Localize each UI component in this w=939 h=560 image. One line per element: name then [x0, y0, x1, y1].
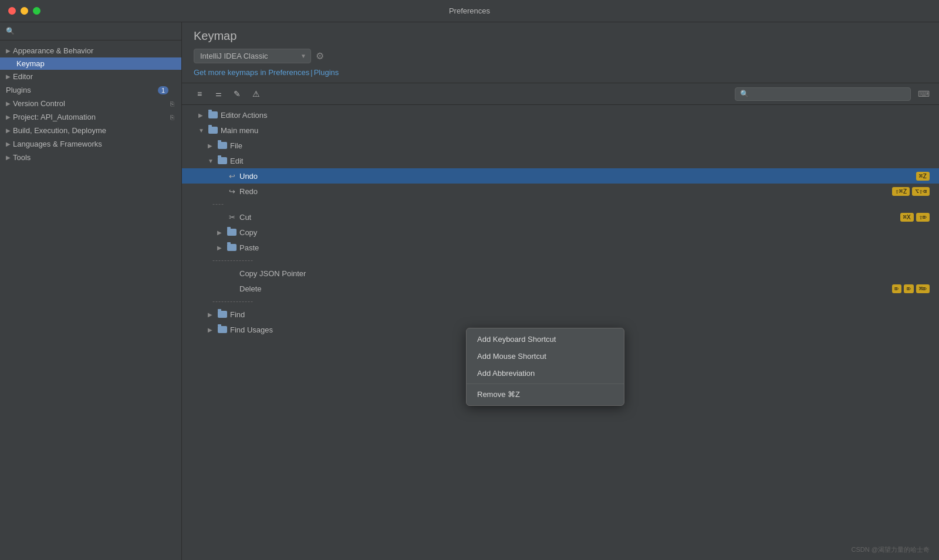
shortcut-badge: ⌘Z [916, 172, 930, 181]
tree-row[interactable]: ▶ Find [182, 307, 939, 322]
sidebar-item-appearance[interactable]: ▶ Appearance & Behavior [0, 44, 181, 57]
sidebar-item-build[interactable]: ▶ Build, Execution, Deployme [0, 124, 181, 137]
sidebar-item-languages[interactable]: ▶ Languages & Frameworks [0, 137, 181, 151]
project-icon: ⎘ [170, 114, 174, 121]
maximize-button[interactable] [33, 7, 40, 15]
ctx-add-keyboard[interactable]: Add Keyboard Shortcut [467, 331, 624, 348]
keymap-selector: IntelliJ IDEA Classic ▼ ⚙ [194, 49, 927, 63]
titlebar: Preferences [0, 0, 939, 22]
arrow-icon: ▶ [6, 114, 11, 120]
search-icon: 🔍 [740, 90, 749, 98]
vcs-icon: ⎘ [170, 100, 174, 107]
tree-row[interactable]: ↪ Redo ⇧⌘Z ⌥⇧⌫ [182, 184, 939, 199]
tree-item-label: Cut [239, 213, 900, 222]
preferences-link[interactable]: Preferences [268, 68, 309, 77]
redo-icon: ↪ [227, 187, 237, 195]
main-layout: 🔍 ▶ Appearance & Behavior Keymap ▶ Edito… [0, 22, 939, 560]
ctx-remove[interactable]: Remove ⌘Z [467, 386, 624, 403]
undo-icon: ↩ [227, 172, 237, 180]
arrow-icon: ▶ [6, 73, 11, 80]
sidebar-search-inner: 🔍 [6, 27, 175, 35]
tree-item-label: Copy [239, 228, 930, 237]
tree-row[interactable]: ▼ Main menu [182, 123, 939, 138]
tree-arrow-icon: ▶ [208, 327, 217, 333]
tree-item-label: Delete [239, 284, 892, 293]
ctx-add-abbreviation[interactable]: Add Abbreviation [467, 365, 624, 382]
plugins-link[interactable]: Plugins [314, 68, 339, 77]
shortcut-badge: ⇧⌦ [916, 213, 930, 222]
tree-row[interactable]: ▶ File [182, 138, 939, 153]
warning-icon: ⚠ [252, 89, 260, 99]
tree-row[interactable]: Copy JSON Pointer [182, 266, 939, 281]
tree-row-undo[interactable]: ↩ Undo ⌘Z [182, 168, 939, 184]
folder-icon [208, 111, 218, 119]
tree-arrow-icon: ▶ [217, 245, 227, 251]
warning-button[interactable]: ⚠ [248, 87, 264, 101]
keymap-link: Get more keymaps in Preferences|Plugins [194, 68, 927, 77]
shortcut-badge: ⌦ [892, 284, 902, 293]
sidebar-item-label: Appearance & Behavior [13, 46, 174, 55]
redo-shortcuts: ⇧⌘Z ⌥⇧⌫ [892, 187, 930, 196]
tree-item-label: Find [230, 310, 930, 319]
sidebar-item-plugins[interactable]: Plugins 1 [0, 83, 181, 97]
ctx-add-mouse[interactable]: Add Mouse Shortcut [467, 348, 624, 365]
search-input[interactable] [751, 90, 906, 99]
sidebar-item-project[interactable]: ▶ Project: API_Automation ⎘ [0, 110, 181, 124]
sidebar: 🔍 ▶ Appearance & Behavior Keymap ▶ Edito… [0, 22, 182, 560]
tree-arrow-icon: ▶ [198, 112, 208, 118]
sidebar-item-label: Build, Execution, Deployme [13, 126, 174, 135]
folder-icon [217, 325, 228, 334]
tree-item-label: Copy JSON Pointer [239, 269, 930, 278]
tree-row[interactable]: ▼ Edit [182, 153, 939, 168]
content-header: Keymap IntelliJ IDEA Classic ▼ ⚙ Get mor… [182, 22, 939, 83]
keymap-dropdown[interactable]: IntelliJ IDEA Classic [194, 49, 311, 63]
separator-row: ---- [182, 199, 939, 209]
sidebar-item-label: Plugins [6, 86, 158, 94]
tree-item-label: Undo [239, 172, 916, 181]
folder-icon [217, 310, 228, 318]
tree-arrow-icon: ▶ [217, 229, 227, 236]
tree-row[interactable]: Delete ⌦ ⌦ ⌘⌦ [182, 281, 939, 296]
minimize-button[interactable] [21, 7, 28, 15]
edit-button[interactable]: ✎ [229, 87, 245, 101]
tree-arrow-icon: ▼ [208, 158, 217, 164]
tree-arrow-icon: ▶ [208, 311, 217, 318]
sidebar-item-version-control[interactable]: ▶ Version Control ⎘ [0, 97, 181, 110]
folder-icon [227, 243, 237, 252]
keymap-search: 🔍 [735, 87, 911, 101]
collapse-all-button[interactable]: ⚌ [210, 87, 227, 101]
collapse-all-icon: ⚌ [215, 90, 222, 98]
separator-row: -------------- [182, 296, 939, 307]
expand-all-button[interactable]: ≡ [191, 87, 208, 101]
tree-item-label: Editor Actions [221, 111, 930, 120]
folder-icon [217, 141, 228, 150]
tree-item-label: File [230, 141, 930, 150]
tree-row[interactable]: ▶ Copy [182, 225, 939, 240]
sidebar-item-editor[interactable]: ▶ Editor [0, 70, 181, 83]
tree-row[interactable]: ✂ Cut ⌘X ⇧⌦ [182, 209, 939, 225]
arrow-icon: ▶ [6, 127, 11, 134]
edit-icon: ✎ [234, 89, 241, 99]
sidebar-item-label: Languages & Frameworks [13, 140, 174, 148]
ctx-separator [467, 383, 624, 384]
keymap-tree: ▶ Editor Actions ▼ Main menu ▶ [182, 105, 939, 560]
shortcut-badge: ⌘⌦ [916, 284, 930, 293]
page-title: Keymap [194, 29, 927, 43]
sidebar-search-area: 🔍 [0, 22, 181, 40]
tree-arrow-icon: ▶ [208, 142, 217, 149]
sidebar-item-keymap[interactable]: Keymap [0, 57, 181, 70]
shortcut-badge: ⇧⌘Z [892, 187, 910, 196]
arrow-icon: ▶ [6, 141, 11, 147]
arrow-icon: ▶ [6, 154, 11, 161]
action-icon [227, 269, 237, 277]
sidebar-item-tools[interactable]: ▶ Tools [0, 151, 181, 164]
gear-icon[interactable]: ⚙ [316, 50, 324, 62]
tree-row[interactable]: ▶ Editor Actions [182, 107, 939, 123]
tree-item-label: Main menu [221, 126, 930, 135]
close-button[interactable] [8, 7, 16, 15]
cut-shortcuts: ⌘X ⇧⌦ [900, 213, 930, 222]
arrow-icon: ▶ [6, 47, 11, 54]
action-icon [227, 284, 237, 293]
find-shortcut-icon[interactable]: ⌨ [918, 89, 930, 99]
tree-row[interactable]: ▶ Paste [182, 240, 939, 255]
